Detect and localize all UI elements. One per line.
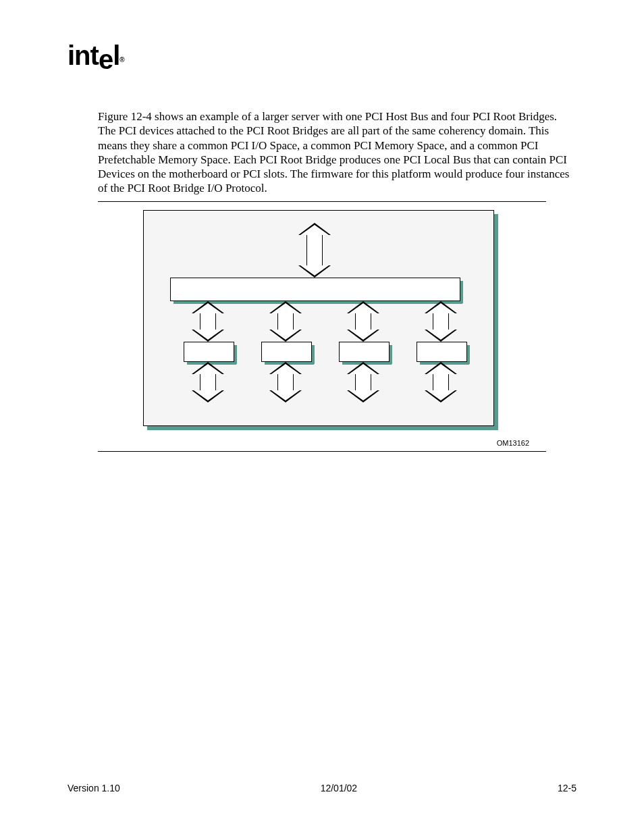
arrow-bot-3: [347, 362, 379, 402]
arrow-mid-3: [347, 301, 379, 342]
footer-page: 12-5: [558, 783, 576, 793]
body-paragraph: Figure 12-4 shows an example of a larger…: [98, 109, 576, 196]
figure-12-4-diagram: [143, 210, 501, 436]
pci-root-bridge-box-4: [417, 342, 467, 362]
footer-date: 12/01/02: [321, 783, 358, 793]
figure-frame: OM13162: [98, 201, 546, 452]
pci-root-bridge-box-3: [339, 342, 390, 362]
arrow-bot-4: [425, 362, 457, 402]
figure-om-id: OM13162: [98, 436, 546, 447]
pci-root-bridge-box-1: [184, 342, 234, 362]
arrow-mid-2: [269, 301, 302, 342]
arrow-top: [298, 223, 331, 278]
arrow-mid-4: [425, 301, 457, 342]
footer-version: Version 1.10: [68, 783, 120, 793]
arrow-bot-1: [192, 362, 224, 402]
pci-host-bus-box: [170, 278, 460, 301]
pci-root-bridge-box-2: [261, 342, 312, 362]
intel-logo: intel®: [68, 41, 124, 71]
page-footer: Version 1.10 12/01/02 12-5: [68, 783, 576, 793]
arrow-mid-1: [192, 301, 224, 342]
arrow-bot-2: [269, 362, 302, 402]
